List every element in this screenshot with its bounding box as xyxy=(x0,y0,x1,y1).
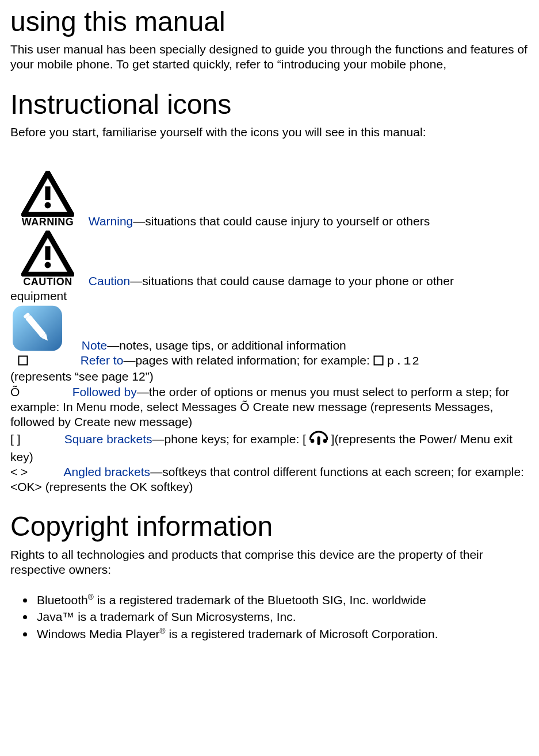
square-symbol: [ ] xyxy=(10,432,36,447)
warning-term: Warning xyxy=(89,214,133,228)
bullet3-b: is a registered trademark of Microsoft C… xyxy=(166,627,438,640)
caution-icon-label: CAUTION xyxy=(10,275,85,289)
svg-rect-11 xyxy=(374,356,383,365)
square-brackets-row: [ ] Square brackets—phone keys; for exam… xyxy=(10,431,529,465)
list-item: Bluetooth® is a registered trademark of … xyxy=(35,592,529,608)
svg-rect-14 xyxy=(317,436,320,445)
svg-rect-4 xyxy=(45,246,50,260)
follow-term: Followed by xyxy=(72,385,137,398)
icons-intro: Before you start, familiarise yourself w… xyxy=(10,125,529,140)
refer-desc: —pages with related information; for exa… xyxy=(123,354,373,367)
angle-term: Angled brackets xyxy=(64,465,151,478)
intro-paragraph: This user manual has been specially desi… xyxy=(10,42,529,72)
svg-rect-10 xyxy=(19,356,28,365)
svg-rect-1 xyxy=(45,186,50,200)
followed-by-row: Õ Followed by—the order of options or me… xyxy=(10,385,529,430)
square-term: Square brackets xyxy=(64,432,152,446)
note-row: Note—notes, usage tips, or additional in… xyxy=(10,304,529,353)
note-icon xyxy=(10,304,78,353)
warning-desc: —situations that could cause injury to y… xyxy=(133,214,430,228)
note-term: Note xyxy=(82,339,107,352)
caution-desc-b: equipment xyxy=(10,289,529,304)
trademark-list: Bluetooth® is a registered trademark of … xyxy=(10,592,529,642)
refer-symbol xyxy=(18,354,28,369)
caution-desc-a: —situations that could cause damage to y… xyxy=(130,274,454,287)
copyright-intro: Rights to all technologies and products … xyxy=(10,547,529,578)
follow-desc-o: Õ xyxy=(240,400,249,413)
refer-tail: (represents “see page 12”) xyxy=(10,370,154,383)
svg-point-2 xyxy=(45,202,51,209)
heading-using-this-manual: using this manual xyxy=(10,6,529,37)
square-desc-a: —phone keys; for example: [ xyxy=(152,432,306,446)
bullet1-a: Bluetooth xyxy=(37,593,88,607)
list-item: Windows Media Player® is a registered tr… xyxy=(35,626,529,642)
heading-instructional-icons: Instructional icons xyxy=(10,89,529,120)
warning-icon-label: WARNING xyxy=(10,216,85,229)
refer-to-row: Refer to—pages with related information;… xyxy=(10,353,529,385)
follow-symbol: Õ xyxy=(10,385,24,400)
svg-point-13 xyxy=(323,439,327,443)
refer-term: Refer to xyxy=(81,354,124,367)
caution-icon: CAUTION xyxy=(10,231,85,289)
bullet1-sup: ® xyxy=(88,593,94,601)
caution-row: CAUTION Caution—situations that could ca… xyxy=(10,231,529,289)
angled-brackets-row: < > Angled brackets—softkeys that contro… xyxy=(10,465,529,495)
svg-point-12 xyxy=(310,439,314,443)
bullet3-a: Windows Media Player xyxy=(37,627,160,640)
heading-copyright: Copyright information xyxy=(10,511,529,542)
bullet1-b: is a registered trademark of the Bluetoo… xyxy=(94,593,426,607)
power-key-icon xyxy=(309,435,331,448)
list-item: Java™ is a trademark of Sun Microsystems… xyxy=(35,609,529,624)
bullet3-sup: ® xyxy=(160,627,166,635)
caution-term: Caution xyxy=(89,274,130,287)
angle-symbol: < > xyxy=(10,465,41,479)
svg-point-5 xyxy=(45,262,51,268)
warning-icon: WARNING xyxy=(10,171,85,229)
note-desc: —notes, usage tips, or additional inform… xyxy=(107,339,346,352)
refer-example-box xyxy=(373,354,384,369)
refer-pageref: p.12 xyxy=(387,355,420,368)
warning-row: WARNING Warning—situations that could ca… xyxy=(10,171,529,229)
